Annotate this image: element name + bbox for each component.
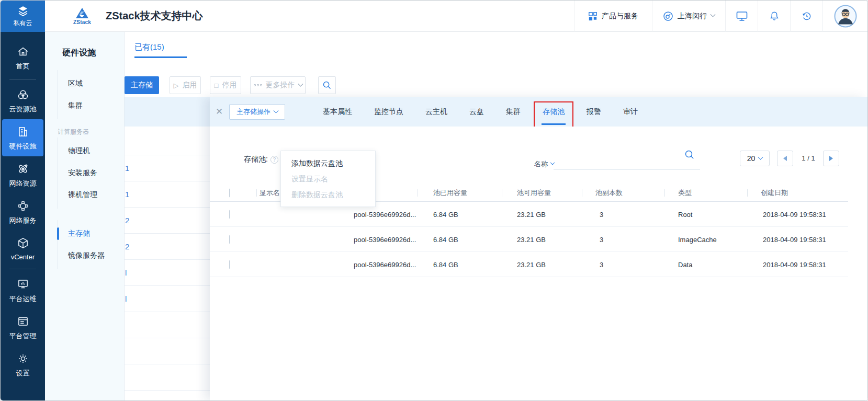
sidebar-item-hardware[interactable]: 硬件设施	[2, 119, 43, 156]
pool-created: 2018-04-09 19:58:31	[763, 260, 826, 268]
notifications-button[interactable]	[758, 1, 790, 32]
history-clock-icon	[801, 10, 813, 22]
sidebar-item-platform-ops[interactable]: 平台运维	[1, 272, 45, 309]
submenu-item-cluster[interactable]: 集群	[58, 95, 124, 117]
row-checkbox[interactable]	[229, 235, 230, 244]
submenu-item-baremetal[interactable]: 裸机管理	[58, 184, 124, 206]
region-selector[interactable]: 上海闵行	[652, 1, 725, 32]
tab-vm-instances[interactable]: 云主机	[425, 107, 447, 117]
submenu-item-physical-host[interactable]: 物理机	[58, 140, 124, 162]
tab-clusters[interactable]: 集群	[506, 107, 521, 117]
enable-button[interactable]: ▷ 启用	[170, 76, 201, 94]
hardware-submenu: 硬件设施 区域 集群 计算服务器 物理机 安装服务 裸机管理 主存储 镜像服务器	[45, 32, 125, 400]
zstack-logo: ZStack	[70, 7, 94, 25]
submenu-title: 硬件设施	[62, 48, 124, 59]
tab-audit[interactable]: 审计	[623, 107, 638, 117]
history-button[interactable]	[790, 1, 822, 32]
list-item[interactable]	[125, 338, 210, 364]
sidebar-divider	[9, 269, 36, 269]
tab-basic-properties[interactable]: 基本属性	[323, 107, 352, 117]
products-services-button[interactable]: 产品与服务	[574, 1, 652, 32]
layers-icon	[16, 5, 30, 17]
menu-item-add-data-volume-pool[interactable]: 添加数据云盘池	[281, 155, 375, 171]
help-icon[interactable]: ?	[270, 156, 278, 164]
row-checkbox[interactable]	[229, 210, 230, 219]
column-created: 创建日期	[761, 188, 788, 198]
arrow-left-icon	[783, 156, 787, 161]
pool-available: 23.21 GB	[517, 210, 546, 218]
building-icon	[16, 125, 30, 139]
monitor-icon	[736, 10, 748, 22]
sidebar-item-label: 云资源池	[9, 105, 37, 114]
pool-replicas: 3	[600, 235, 603, 243]
tab-monitor-nodes[interactable]: 监控节点	[374, 107, 403, 117]
menu-item-set-display-name: 设置显示名	[281, 171, 375, 187]
private-cloud-tile[interactable]: 私有云	[1, 1, 45, 32]
list-item[interactable]: 2	[125, 234, 210, 260]
monitor-chart-icon	[16, 278, 30, 291]
grid-icon	[588, 12, 598, 21]
tab-alarms[interactable]: 报警	[587, 107, 601, 117]
sidebar-item-platform-mgmt[interactable]: 平台管理	[1, 309, 45, 346]
table-row[interactable]: pool-5396e69926d... 6.84 GB 23.21 GB 3 D…	[210, 252, 848, 277]
chevron-down-icon	[550, 161, 555, 165]
select-all-checkbox[interactable]	[229, 189, 230, 198]
list-item[interactable]	[125, 127, 210, 155]
create-primary-storage-button[interactable]: 主存储	[125, 76, 159, 94]
sidebar-item-cloud-resources[interactable]: 云资源池	[1, 82, 45, 119]
column-replicas: 池副本数	[595, 188, 623, 198]
page-size-select[interactable]: 20	[740, 151, 770, 166]
submenu-item-image-server[interactable]: 镜像服务器	[58, 245, 124, 267]
list-item[interactable]: 1	[125, 181, 210, 208]
column-available-capacity: 池可用容量	[517, 188, 551, 198]
tab-storage-pools[interactable]: 存储池	[543, 107, 565, 117]
chevron-down-icon	[298, 81, 303, 86]
pool-type: Root	[678, 210, 692, 218]
sidebar-item-network-resources[interactable]: 网络资源	[1, 156, 45, 193]
pool-used: 6.84 GB	[433, 235, 458, 243]
search-icon[interactable]	[683, 148, 696, 161]
tab-volumes[interactable]: 云盘	[469, 107, 484, 117]
stop-icon: □	[215, 82, 219, 89]
products-services-label: 产品与服务	[602, 12, 638, 21]
pool-replicas: 3	[600, 260, 603, 268]
gear-icon	[16, 352, 30, 365]
storage-actions-dropdown[interactable]: 主存储操作	[229, 104, 285, 120]
list-item[interactable]: l	[125, 260, 210, 286]
prev-page-button[interactable]	[777, 151, 793, 166]
close-icon[interactable]: ✕	[214, 107, 224, 117]
sidebar-item-vcenter[interactable]: vCenter	[1, 231, 45, 266]
tab-existing[interactable]: 已有(15)	[134, 42, 187, 57]
list-search-button[interactable]	[318, 76, 336, 94]
row-checkbox[interactable]	[229, 260, 230, 269]
atom-icon	[16, 162, 30, 176]
next-page-button[interactable]	[823, 151, 839, 166]
list-item[interactable]: 1	[125, 155, 210, 181]
list-item[interactable]	[125, 312, 210, 338]
pool-type: Data	[678, 260, 692, 268]
sidebar-item-home[interactable]: 首页	[1, 39, 45, 76]
table-row[interactable]: pool-5396e69926d... 6.84 GB 23.21 GB 3 I…	[210, 227, 848, 252]
user-avatar[interactable]	[822, 1, 867, 32]
chevron-down-icon	[711, 12, 716, 17]
zstack-logo-icon	[75, 7, 89, 19]
search-input[interactable]	[554, 169, 700, 169]
window-list-icon	[16, 315, 30, 328]
sidebar-item-label: 网络服务	[9, 216, 37, 225]
console-button[interactable]	[725, 1, 758, 32]
more-dots-icon	[254, 84, 262, 86]
list-item[interactable]: l	[125, 286, 210, 312]
submenu-item-primary-storage[interactable]: 主存储	[58, 223, 124, 245]
more-actions-button[interactable]: 更多操作	[250, 76, 306, 94]
disable-button[interactable]: □ 停用	[210, 76, 241, 94]
nodes-icon	[16, 199, 30, 213]
list-item[interactable]	[125, 364, 210, 391]
annotation-red-box	[534, 101, 573, 130]
sidebar-item-settings[interactable]: 设置	[1, 346, 45, 383]
submenu-item-install-service[interactable]: 安装服务	[58, 162, 124, 184]
list-item[interactable]: 2	[125, 208, 210, 234]
search-field-selector[interactable]: 名称	[534, 159, 554, 169]
menu-item-delete-data-volume-pool: 删除数据云盘池	[281, 187, 375, 202]
sidebar-item-network-services[interactable]: 网络服务	[1, 193, 45, 231]
submenu-item-zone[interactable]: 区域	[58, 73, 124, 95]
